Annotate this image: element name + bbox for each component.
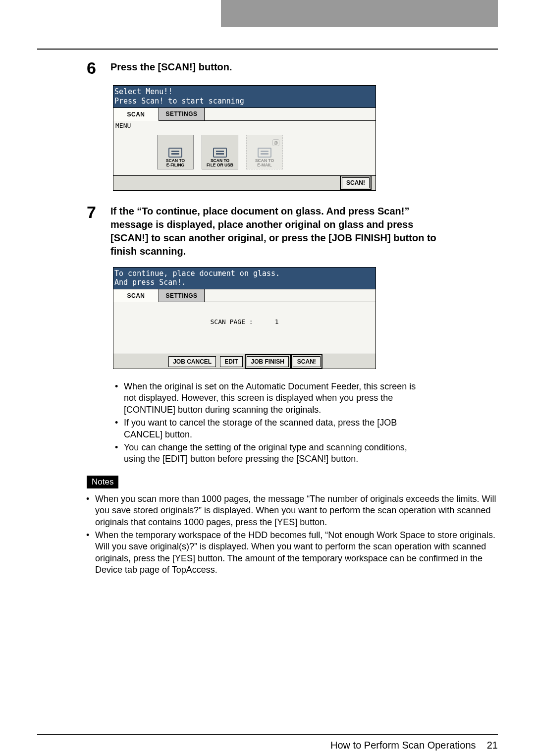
at-icon: @ bbox=[272, 139, 279, 146]
panel7-body: SCAN PAGE : 1 bbox=[113, 302, 375, 354]
scan-icon-row: SCAN TO E-FILING SCAN TO FILE OR USB @ S… bbox=[157, 135, 283, 169]
page-footer: How to Perform Scan Operations 21 bbox=[37, 734, 498, 751]
scan-button-7[interactable]: SCAN! bbox=[293, 356, 321, 367]
note-1: When you scan more than 1000 pages, the … bbox=[84, 493, 500, 528]
tab-settings-7[interactable]: SETTINGS bbox=[159, 289, 205, 302]
step-6-text: Press the [SCAN!] button. bbox=[110, 59, 232, 74]
step-7-text: If the “To continue, place document on g… bbox=[110, 204, 452, 258]
panel6-tabs: SCAN SETTINGS bbox=[113, 108, 375, 121]
footer-page: 21 bbox=[487, 740, 498, 751]
edit-button[interactable]: EDIT bbox=[220, 356, 242, 367]
step-6-number: 6 bbox=[87, 59, 110, 76]
scan-button[interactable]: SCAN! bbox=[342, 177, 370, 188]
scan-to-email-button[interactable]: @ SCAN TO E-MAIL bbox=[246, 135, 283, 169]
document-icon bbox=[168, 148, 182, 158]
scan-to-email-label: SCAN TO E-MAIL bbox=[255, 159, 274, 167]
panel7-msg-line1: To continue, place document on glass. bbox=[114, 269, 374, 278]
panel6-msg-line1: Select Menu!! bbox=[114, 87, 374, 97]
step-7: 7 If the “To continue, place document on… bbox=[87, 204, 498, 258]
scan-page-value: 1 bbox=[275, 318, 279, 325]
panel7-msg-line2: And press Scan!. bbox=[114, 278, 374, 287]
scan-to-efiling-label: SCAN TO E-FILING bbox=[166, 159, 185, 167]
document-email-icon bbox=[258, 148, 271, 158]
note-2: When the temporary workspace of the HDD … bbox=[84, 530, 500, 576]
panel6-msg-line2: Press Scan! to start scanning bbox=[114, 97, 374, 106]
step-7-number: 7 bbox=[87, 204, 110, 220]
footer-title: How to Perform Scan Operations bbox=[330, 740, 476, 751]
job-cancel-button[interactable]: JOB CANCEL bbox=[168, 356, 216, 367]
panel6-message: Select Menu!! Press Scan! to start scann… bbox=[113, 86, 375, 108]
panel6-body: MENU SCAN TO E-FILING SCAN TO FILE OR US… bbox=[113, 121, 375, 175]
step-7-bullets: When the original is set on the Automati… bbox=[113, 381, 428, 465]
header-grey-block bbox=[221, 0, 498, 27]
bullet-1: When the original is set on the Automati… bbox=[113, 381, 428, 416]
step-6: 6 Press the [SCAN!] button. bbox=[87, 59, 498, 76]
panel7-message: To continue, place document on glass. An… bbox=[113, 268, 375, 290]
document-usb-icon bbox=[213, 148, 227, 158]
panel7-footer: JOB CANCEL EDIT JOB FINISH SCAN! bbox=[113, 354, 375, 369]
notes-header: Notes bbox=[87, 476, 118, 488]
tab-scan[interactable]: SCAN bbox=[113, 108, 159, 121]
step-7-screenshot: To continue, place document on glass. An… bbox=[113, 267, 376, 370]
bullet-2: If you want to cancel the storage of the… bbox=[113, 417, 428, 440]
tab-filler bbox=[205, 108, 375, 121]
tab-filler-7 bbox=[205, 289, 375, 302]
tab-settings[interactable]: SETTINGS bbox=[159, 108, 205, 121]
tab-scan-7[interactable]: SCAN bbox=[113, 289, 159, 302]
notes-list: When you scan more than 1000 pages, the … bbox=[84, 493, 500, 576]
header-rule bbox=[37, 49, 498, 50]
panel6-footer: SCAN! bbox=[113, 175, 375, 190]
job-finish-button[interactable]: JOB FINISH bbox=[247, 356, 289, 367]
scan-to-efiling-button[interactable]: SCAN TO E-FILING bbox=[157, 135, 194, 169]
step-6-screenshot: Select Menu!! Press Scan! to start scann… bbox=[113, 85, 376, 191]
scan-to-file-usb-label: SCAN TO FILE OR USB bbox=[207, 159, 233, 167]
menu-label: MENU bbox=[115, 122, 131, 129]
bullet-3: You can change the setting of the origin… bbox=[113, 442, 428, 465]
scan-to-file-usb-button[interactable]: SCAN TO FILE OR USB bbox=[202, 135, 238, 169]
scan-page-label: SCAN PAGE : bbox=[211, 318, 253, 325]
panel7-tabs: SCAN SETTINGS bbox=[113, 289, 375, 302]
page-content: 6 Press the [SCAN!] button. Select Menu!… bbox=[87, 59, 498, 577]
